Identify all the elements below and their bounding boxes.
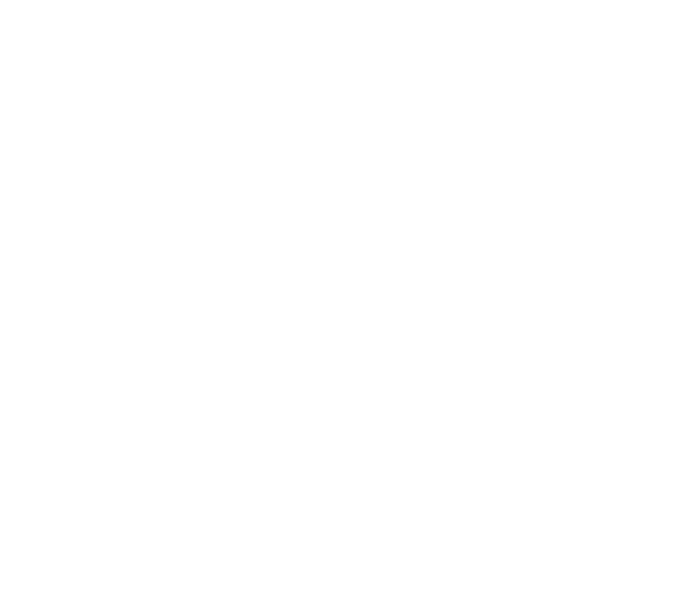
bracket-container	[0, 0, 700, 607]
